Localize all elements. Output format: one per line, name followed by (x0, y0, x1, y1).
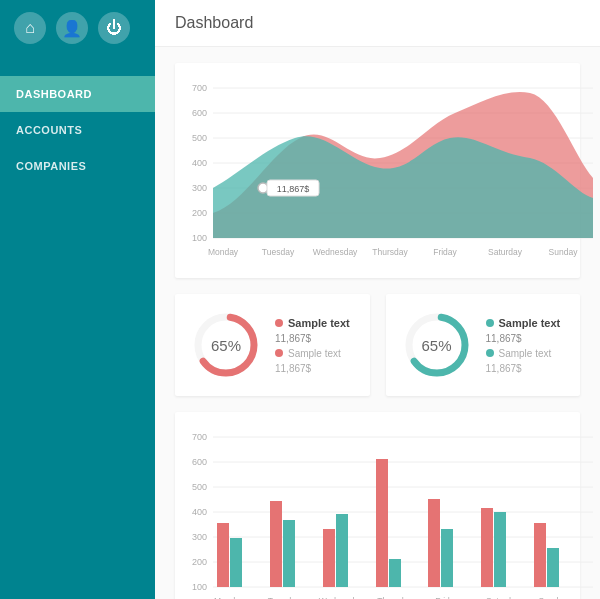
bar-fri-pink (428, 499, 440, 587)
legend-subvalue-pink: 11,867$ (275, 363, 350, 374)
svg-text:Monday: Monday (208, 247, 239, 257)
legend-dot-pink-2 (275, 349, 283, 357)
svg-text:600: 600 (192, 108, 207, 118)
sidebar-nav: DASHBOARD ACCOUNTS COMPANIES (0, 76, 155, 184)
svg-text:300: 300 (192, 532, 207, 542)
svg-text:400: 400 (192, 507, 207, 517)
bar-thu-teal (389, 559, 401, 587)
svg-text:Sunday: Sunday (549, 247, 579, 257)
bar-mon-pink (217, 523, 229, 587)
bar-mon-teal (230, 538, 242, 587)
svg-text:100: 100 (192, 233, 207, 243)
bar-sat-teal (494, 512, 506, 587)
bar-thu-pink (376, 459, 388, 587)
main: Dashboard 700 600 500 400 300 200 100 (155, 0, 600, 599)
sidebar-item-accounts[interactable]: ACCOUNTS (0, 112, 155, 148)
main-content: 700 600 500 400 300 200 100 (155, 47, 600, 599)
legend-value-teal-1: 11,867$ (486, 333, 561, 344)
donut-wrapper-teal: 65% (402, 310, 472, 380)
legend-subvalue-teal: 11,867$ (486, 363, 561, 374)
svg-text:600: 600 (192, 457, 207, 467)
svg-text:11,867$: 11,867$ (277, 184, 310, 194)
sidebar-icons: ⌂ 👤 ⏻ (0, 0, 155, 56)
sidebar-item-companies[interactable]: COMPANIES (0, 148, 155, 184)
donut-percent-pink: 65% (211, 337, 241, 354)
legend-dot-teal-1 (486, 319, 494, 327)
bar-tue-teal (283, 520, 295, 587)
donut-percent-teal: 65% (421, 337, 451, 354)
sidebar-item-dashboard[interactable]: DASHBOARD (0, 76, 155, 112)
svg-text:500: 500 (192, 133, 207, 143)
donut-row: 65% Sample text 11,867$ Sample text 11,8… (175, 294, 580, 396)
donut-legend-pink: Sample text 11,867$ Sample text 11,867$ (275, 317, 350, 374)
bar-sun-pink (534, 523, 546, 587)
legend-value-pink-1: 11,867$ (275, 333, 350, 344)
svg-text:Friday: Friday (433, 247, 457, 257)
home-icon[interactable]: ⌂ (14, 12, 46, 44)
legend-title-pink-1: Sample text (288, 317, 350, 329)
sidebar: ⌂ 👤 ⏻ DASHBOARD ACCOUNTS COMPANIES (0, 0, 155, 599)
page-title: Dashboard (155, 0, 600, 47)
donut-wrapper-pink: 65% (191, 310, 261, 380)
bar-sun-teal (547, 548, 559, 587)
power-icon[interactable]: ⏻ (98, 12, 130, 44)
person-icon[interactable]: 👤 (56, 12, 88, 44)
bar-sat-pink (481, 508, 493, 587)
svg-text:400: 400 (192, 158, 207, 168)
donut-card-teal: 65% Sample text 11,867$ Sample text 11,8… (386, 294, 581, 396)
legend-item-teal-2: Sample text (486, 348, 561, 359)
donut-card-pink: 65% Sample text 11,867$ Sample text 11,8… (175, 294, 370, 396)
legend-dot-pink-1 (275, 319, 283, 327)
svg-text:700: 700 (192, 432, 207, 442)
svg-text:500: 500 (192, 482, 207, 492)
svg-text:200: 200 (192, 557, 207, 567)
legend-item-1: Sample text (275, 317, 350, 329)
legend-item-teal-1: Sample text (486, 317, 561, 329)
legend-item-2: Sample text (275, 348, 350, 359)
legend-title-teal-1: Sample text (499, 317, 561, 329)
svg-text:100: 100 (192, 582, 207, 592)
bar-wed-pink (323, 529, 335, 587)
legend-sub-teal: Sample text (499, 348, 552, 359)
area-chart-container: 700 600 500 400 300 200 100 (175, 63, 580, 278)
bar-fri-teal (441, 529, 453, 587)
donut-legend-teal: Sample text 11,867$ Sample text 11,867$ (486, 317, 561, 374)
svg-text:200: 200 (192, 208, 207, 218)
bar-wed-teal (336, 514, 348, 587)
svg-text:Tuesday: Tuesday (262, 247, 295, 257)
area-chart: 700 600 500 400 300 200 100 (185, 73, 595, 268)
bar-chart-container: 700 600 500 400 300 200 100 (175, 412, 580, 599)
svg-text:Thursday: Thursday (372, 247, 408, 257)
legend-dot-teal-2 (486, 349, 494, 357)
bar-chart: 700 600 500 400 300 200 100 (185, 422, 595, 599)
bar-tue-pink (270, 501, 282, 587)
svg-text:Wednesday: Wednesday (313, 247, 358, 257)
svg-text:Saturday: Saturday (488, 247, 523, 257)
legend-sub-pink: Sample text (288, 348, 341, 359)
svg-text:700: 700 (192, 83, 207, 93)
svg-text:300: 300 (192, 183, 207, 193)
